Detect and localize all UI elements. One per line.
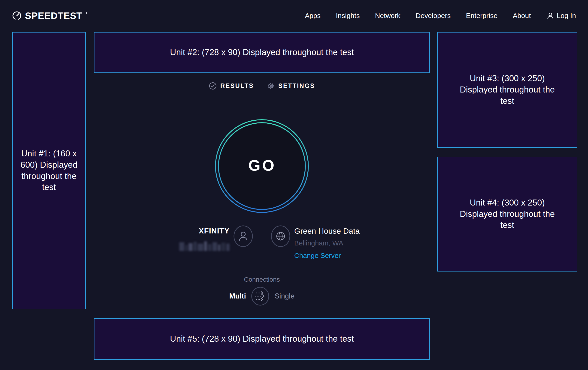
server-block: Green House Data Bellingham, WA Change S… [294,226,377,260]
gear-icon [267,82,275,90]
nav-item-apps[interactable]: Apps [305,12,321,20]
ad-unit-text: Unit #5: (728 x 90) Displayed throughout… [170,333,354,345]
user-icon [546,11,555,20]
ad-unit-2-leaderboard: Unit #2: (728 x 90) Displayed throughout… [94,32,430,73]
gauge-icon [12,11,22,20]
logo-text: SPEEDTEST [25,11,82,20]
multi-connection-arrows-icon[interactable] [251,287,270,306]
check-circle-icon [209,82,217,90]
ad-unit-text: Unit #2: (728 x 90) Displayed throughout… [170,47,354,58]
speedtest-logo[interactable]: SPEEDTEST [12,11,87,20]
ad-unit-text: Unit #4: (300 x 250) Displayed throughou… [458,197,557,231]
tab-settings-label: SETTINGS [278,82,315,90]
isp-user-circle-icon [233,225,253,247]
login-button[interactable]: Log In [546,11,576,20]
tab-results-label: RESULTS [220,82,254,90]
tab-results[interactable]: RESULTS [209,82,254,90]
top-nav-bar: SPEEDTEST Apps Insights Network Develope… [0,0,588,31]
change-server-link[interactable]: Change Server [294,251,377,260]
nav-item-enterprise[interactable]: Enterprise [466,12,497,20]
ip-address-redacted [179,240,230,251]
server-location: Bellingham, WA [294,239,377,247]
connections-toggle: Multi Single [229,287,295,306]
go-button-label: GO [246,156,276,174]
connections-label: Connections [244,276,280,283]
ad-unit-3-rectangle: Unit #3: (300 x 250) Displayed throughou… [437,32,577,148]
main-nav: Apps Insights Network Developers Enterpr… [305,11,576,20]
nav-item-about[interactable]: About [513,12,531,20]
speedtest-page: SPEEDTEST Apps Insights Network Develope… [0,0,588,370]
login-label: Log In [557,12,576,20]
nav-item-insights[interactable]: Insights [336,12,360,20]
trademark-mark [86,12,87,14]
isp-block: XFINITY [147,226,230,251]
ad-unit-text: Unit #3: (300 x 250) Displayed throughou… [458,73,557,107]
tab-settings[interactable]: SETTINGS [267,82,315,90]
toggle-option-multi[interactable]: Multi [229,292,246,300]
nav-item-developers[interactable]: Developers [416,12,451,20]
ad-unit-1-skyscraper: Unit #1: (160 x 600) Displayed throughou… [12,32,86,309]
server-name: Green House Data [294,226,377,236]
ad-unit-4-rectangle: Unit #4: (300 x 250) Displayed throughou… [437,157,577,271]
ad-unit-5-leaderboard: Unit #5: (728 x 90) Displayed throughout… [94,318,430,360]
toggle-option-single[interactable]: Single [275,292,294,300]
connection-info-row: XFINITY Green House Data Bellingham, WA … [147,226,377,260]
nav-item-network[interactable]: Network [375,12,400,20]
server-globe-icon [271,225,291,247]
ad-unit-text: Unit #1: (160 x 600) Displayed throughou… [14,148,84,193]
go-button[interactable]: GO [214,118,310,214]
isp-name: XFINITY [199,226,230,236]
view-tabs: RESULTS SETTINGS [209,82,315,90]
